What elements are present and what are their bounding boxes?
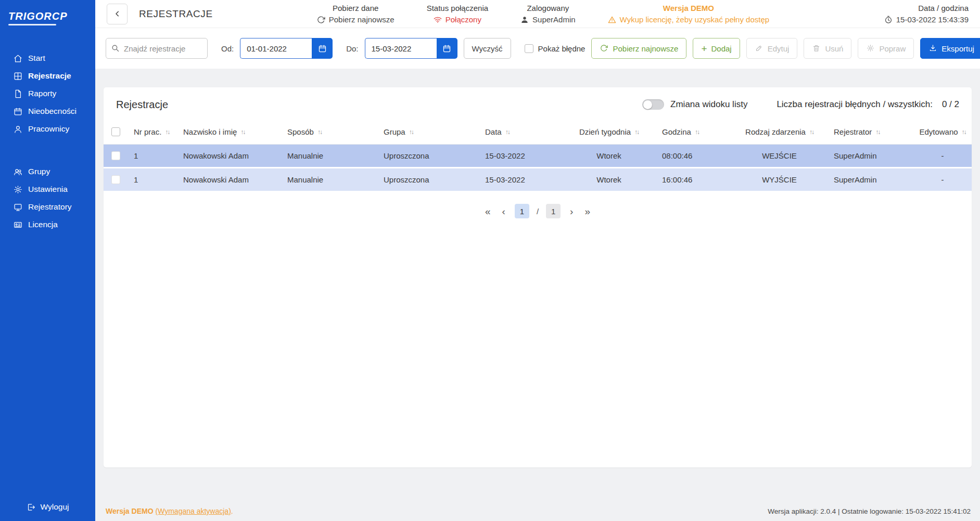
section-title: Rejestracje xyxy=(116,99,168,111)
table-row[interactable]: 1 Nowakowski Adam Manualnie Uproszczona … xyxy=(104,168,972,192)
gear-icon xyxy=(14,185,22,194)
gear-icon xyxy=(866,44,875,53)
clear-button[interactable]: Wyczyść xyxy=(464,38,511,59)
fix-button[interactable]: Popraw xyxy=(858,38,914,59)
column-header-sposob[interactable]: Sposób↑↓ xyxy=(281,127,377,136)
registrations-card: Rejestracje Zmiana widoku listy Liczba r… xyxy=(104,87,972,467)
add-button[interactable]: + Dodaj xyxy=(693,38,740,59)
table-header-row: Nr prac.↑↓ Nazwisko i imię↑↓ Sposób↑↓ Gr… xyxy=(104,120,972,145)
sort-icon: ↑↓ xyxy=(409,128,413,136)
warning-icon xyxy=(608,16,616,24)
column-header-godzina[interactable]: Godzina↑↓ xyxy=(656,127,731,136)
sidebar-item-grupy[interactable]: Grupy xyxy=(0,163,95,180)
error-counter: Liczba rejestracji błędnych / wszystkich… xyxy=(777,99,959,110)
card-header: Rejestracje Zmiana widoku listy Liczba r… xyxy=(104,87,972,118)
cell-grupa: Uproszczona xyxy=(377,175,479,184)
row-checkbox[interactable] xyxy=(111,175,120,184)
footer-demo-label: Wersja DEMO xyxy=(106,507,154,515)
sidebar-item-label: Raporty xyxy=(28,89,56,98)
sidebar-item-nieobecnosci[interactable]: Nieobecności xyxy=(0,102,95,120)
back-button[interactable] xyxy=(107,4,128,24)
edit-button[interactable]: Edytuj xyxy=(746,38,798,59)
sort-icon: ↑↓ xyxy=(962,128,966,136)
column-label: Data xyxy=(485,127,502,136)
demo-version-value: Wykup licencję, żeby uzyskać pełny dostę… xyxy=(620,15,770,24)
wifi-icon xyxy=(434,16,442,24)
logout-button[interactable]: Wyloguj xyxy=(0,495,95,521)
logo-underline-decoration xyxy=(8,24,56,25)
pagination-prev-button[interactable]: ‹ xyxy=(500,205,507,217)
column-header-grupa[interactable]: Grupa↑↓ xyxy=(377,127,479,136)
list-view-toggle[interactable] xyxy=(642,99,664,110)
pagination: « ‹ 1 / 1 › » xyxy=(104,204,972,218)
sidebar-item-rejestracje[interactable]: Rejestracje xyxy=(0,67,95,85)
fix-button-label: Popraw xyxy=(879,44,906,53)
download-icon xyxy=(928,44,937,53)
pagination-last-button[interactable]: » xyxy=(582,205,592,217)
sidebar-item-pracownicy[interactable]: Pracownicy xyxy=(0,120,95,138)
show-errors-label: Pokaż błędne xyxy=(538,44,586,53)
search-input[interactable] xyxy=(106,38,208,59)
row-checkbox[interactable] xyxy=(111,151,120,160)
column-label: Rejestrator xyxy=(834,127,872,136)
sidebar-item-label: Start xyxy=(28,54,45,63)
cell-rejestrator: SuperAdmin xyxy=(828,151,913,160)
cell-data: 15-03-2022 xyxy=(479,151,562,160)
sort-icon: ↑↓ xyxy=(505,128,510,136)
column-header-rejestrator[interactable]: Rejestrator↑↓ xyxy=(828,127,913,136)
topbar: REJESTRACJE Pobierz dane Pobierz najnows… xyxy=(95,0,980,28)
sidebar-nav: Start Rejestracje Raporty Nieobecności P… xyxy=(0,49,95,233)
pagination-total-pages: 1 xyxy=(546,204,561,218)
fetch-latest-button[interactable]: Pobierz najnowsze xyxy=(591,38,686,59)
date-to-calendar-button[interactable] xyxy=(437,38,457,59)
logout-icon xyxy=(27,503,35,512)
sidebar-item-licencja[interactable]: Licencja xyxy=(0,216,95,233)
list-view-toggle-group: Zmiana widoku listy xyxy=(642,99,747,110)
column-header-dzien-tygodnia[interactable]: Dzień tygodnia↑↓ xyxy=(562,127,656,136)
cell-godzina: 08:00:46 xyxy=(656,151,731,160)
pagination-next-button[interactable]: › xyxy=(568,205,575,217)
footer: Wersja DEMO (Wymagana aktywacja). Wersja… xyxy=(95,507,980,521)
pagination-current-page[interactable]: 1 xyxy=(515,204,529,218)
date-from-input[interactable] xyxy=(240,38,312,59)
table-row[interactable]: 1 Nowakowski Adam Manualnie Uproszczona … xyxy=(104,145,972,168)
user-icon xyxy=(14,125,22,134)
sidebar-item-ustawienia[interactable]: Ustawienia xyxy=(0,180,95,198)
demo-version-group[interactable]: Wersja DEMO Wykup licencję, żeby uzyskać… xyxy=(608,4,770,24)
date-from-calendar-button[interactable] xyxy=(312,38,333,59)
select-all-checkbox[interactable] xyxy=(111,127,120,136)
topbar-status-groups: Pobierz dane Pobierz najnowsze Status po… xyxy=(317,4,769,24)
delete-button[interactable]: Usuń xyxy=(804,38,851,59)
date-to-input[interactable] xyxy=(365,38,437,59)
pencil-icon xyxy=(755,44,763,53)
column-header-nr-prac[interactable]: Nr prac.↑↓ xyxy=(128,127,177,136)
delete-button-label: Usuń xyxy=(825,44,843,53)
sidebar-item-raporty[interactable]: Raporty xyxy=(0,85,95,102)
datetime-group: Data / godzina 15-03-2022 15:43:39 xyxy=(884,4,969,24)
column-header-edytowano[interactable]: Edytowano↑↓ xyxy=(913,127,972,136)
column-label: Rodzaj zdarzenia xyxy=(745,127,806,136)
logged-in-value: SuperAdmin xyxy=(532,15,576,24)
sidebar-item-start[interactable]: Start xyxy=(0,49,95,67)
show-errors-checkbox[interactable] xyxy=(525,44,533,53)
list-view-toggle-label: Zmiana widoku listy xyxy=(670,99,747,110)
cell-sposob: Manualnie xyxy=(281,151,377,160)
page-title: REJESTRACJE xyxy=(139,8,213,20)
cell-dzien-tygodnia: Wtorek xyxy=(562,151,656,160)
connection-status-value: Połączony xyxy=(446,15,481,24)
sort-icon: ↑↓ xyxy=(809,128,813,136)
logged-in-group: Zalogowany SuperAdmin xyxy=(520,4,576,24)
pagination-first-button[interactable]: « xyxy=(483,205,493,217)
sort-icon: ↑↓ xyxy=(634,128,639,136)
download-status-group[interactable]: Pobierz dane Pobierz najnowsze xyxy=(317,4,394,24)
sidebar-item-rejestratory[interactable]: Rejestratory xyxy=(0,198,95,216)
footer-period: . xyxy=(231,507,233,515)
column-header-nazwisko[interactable]: Nazwisko i imię↑↓ xyxy=(177,127,281,136)
calendar-icon xyxy=(14,107,22,116)
chevron-left-icon xyxy=(113,9,122,18)
column-header-data[interactable]: Data↑↓ xyxy=(479,127,562,136)
column-header-rodzaj-zdarzenia[interactable]: Rodzaj zdarzenia↑↓ xyxy=(731,127,828,136)
footer-activation-link[interactable]: (Wymagana aktywacja) xyxy=(155,507,231,515)
pagination-separator: / xyxy=(537,207,539,216)
export-button[interactable]: Eksportuj xyxy=(920,38,980,59)
